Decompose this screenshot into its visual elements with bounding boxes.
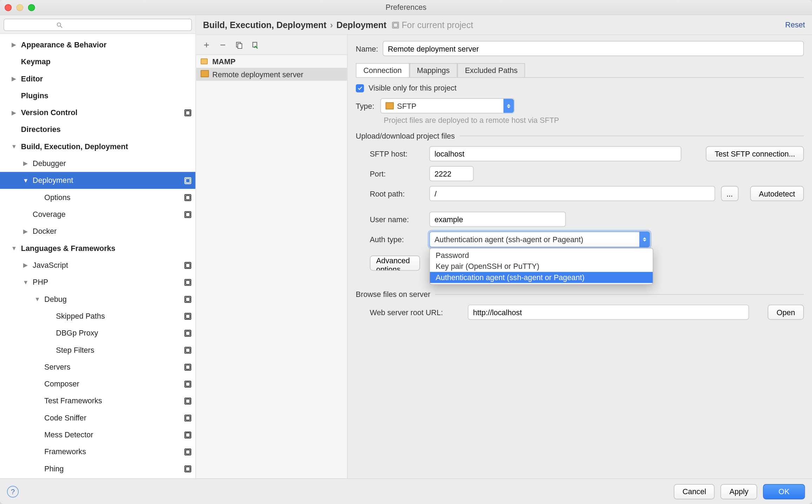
tree-item[interactable]: Keymap bbox=[0, 53, 195, 70]
svg-rect-29 bbox=[186, 416, 190, 420]
tree-item[interactable]: Skipped Paths bbox=[0, 307, 195, 324]
username-input[interactable] bbox=[429, 212, 566, 227]
tree-item-label: Appearance & Behavior bbox=[18, 40, 192, 49]
host-input[interactable] bbox=[429, 146, 681, 161]
tabs: ConnectionMappingsExcluded Paths bbox=[356, 63, 804, 77]
tree-item[interactable]: ▶JavaScript bbox=[0, 257, 195, 273]
settings-tree[interactable]: ▶Appearance & BehaviorKeymap▶EditorPlugi… bbox=[0, 34, 195, 478]
svg-rect-37 bbox=[393, 23, 398, 27]
auth-option[interactable]: Key pair (OpenSSH or PuTTY) bbox=[430, 261, 653, 272]
cancel-button[interactable]: Cancel bbox=[674, 484, 715, 499]
tree-item[interactable]: Test Frameworks bbox=[0, 392, 195, 409]
add-server-button[interactable] bbox=[201, 39, 212, 51]
tree-item[interactable]: ▼Deployment bbox=[0, 172, 195, 189]
project-scope-icon bbox=[184, 312, 192, 320]
tree-item-label: Frameworks bbox=[41, 447, 184, 456]
tree-item-label: Languages & Frameworks bbox=[18, 244, 192, 253]
project-scope-icon bbox=[184, 363, 192, 371]
ok-button[interactable]: OK bbox=[763, 484, 805, 499]
autodetect-button[interactable]: Autodetect bbox=[750, 186, 804, 201]
tree-item[interactable]: DBGp Proxy bbox=[0, 325, 195, 341]
project-scope-icon bbox=[184, 431, 192, 439]
tree-item-label: Options bbox=[41, 193, 184, 202]
tree-item[interactable]: Mess Detector bbox=[0, 426, 195, 443]
tree-item[interactable]: ▼Debug bbox=[0, 291, 195, 307]
browse-group-title: Browse files on server bbox=[356, 290, 804, 299]
auth-label: Auth type: bbox=[370, 235, 424, 244]
tree-item-label: Servers bbox=[41, 363, 184, 371]
browse-path-button[interactable]: ... bbox=[721, 186, 738, 201]
project-scope-icon bbox=[184, 397, 192, 405]
svg-rect-23 bbox=[186, 365, 190, 369]
webserver-url-input[interactable] bbox=[468, 305, 749, 320]
breadcrumb-parent: Build, Execution, Deployment bbox=[203, 20, 327, 30]
svg-rect-3 bbox=[186, 111, 190, 115]
type-select[interactable]: SFTP bbox=[380, 98, 514, 113]
auth-type-select[interactable]: Authentication agent (ssh-agent or Pagea… bbox=[429, 232, 650, 247]
auth-option[interactable]: Authentication agent (ssh-agent or Pagea… bbox=[430, 272, 653, 283]
visible-only-label: Visible only for this project bbox=[368, 84, 457, 92]
tree-item[interactable]: ▶Docker bbox=[0, 223, 195, 240]
help-icon[interactable]: ? bbox=[7, 486, 19, 497]
search-input[interactable] bbox=[4, 19, 192, 31]
tree-item[interactable]: ▼Build, Execution, Deployment bbox=[0, 138, 195, 155]
tree-item-label: Mess Detector bbox=[41, 430, 184, 439]
auth-dropdown: PasswordKey pair (OpenSSH or PuTTY)Authe… bbox=[429, 248, 653, 285]
port-input[interactable] bbox=[429, 166, 473, 181]
tree-item-label: Coverage bbox=[29, 210, 184, 219]
sftp-server-icon bbox=[201, 70, 209, 78]
breadcrumb: Build, Execution, Deployment › Deploymen… bbox=[196, 15, 812, 35]
project-scope-icon bbox=[184, 380, 192, 388]
tree-item-label: Keymap bbox=[18, 57, 192, 66]
tree-item-label: Plugins bbox=[18, 91, 192, 100]
svg-rect-5 bbox=[186, 178, 190, 183]
tree-item[interactable]: Phing bbox=[0, 460, 195, 477]
tab-mappings[interactable]: Mappings bbox=[409, 63, 457, 77]
visible-only-checkbox[interactable] bbox=[356, 84, 364, 92]
tree-item[interactable]: ▼Languages & Frameworks bbox=[0, 240, 195, 257]
set-default-server-button[interactable] bbox=[249, 39, 261, 51]
project-scope-icon bbox=[184, 447, 192, 456]
servers-list[interactable]: MAMPRemote deployment server bbox=[196, 55, 347, 478]
chevron-updown-icon bbox=[503, 99, 514, 113]
test-connection-button[interactable]: Test SFTP connection... bbox=[706, 146, 804, 161]
tree-item[interactable]: Frameworks bbox=[0, 443, 195, 460]
auth-option[interactable]: Password bbox=[430, 250, 653, 261]
copy-server-button[interactable] bbox=[233, 39, 245, 51]
advanced-options-button[interactable]: Advanced options... bbox=[370, 256, 420, 271]
type-label: Type: bbox=[356, 101, 374, 110]
tree-item[interactable]: Servers bbox=[0, 358, 195, 375]
tree-item[interactable]: ▶Appearance & Behavior bbox=[0, 36, 195, 53]
tree-item[interactable]: Directories bbox=[0, 121, 195, 138]
tree-item[interactable]: Plugins bbox=[0, 87, 195, 104]
project-scope-icon bbox=[184, 465, 192, 473]
breadcrumb-sep: › bbox=[330, 20, 333, 30]
tab-connection[interactable]: Connection bbox=[356, 63, 410, 77]
apply-button[interactable]: Apply bbox=[721, 484, 757, 499]
tree-item[interactable]: Coverage bbox=[0, 206, 195, 223]
tree-item-label: Step Filters bbox=[53, 346, 184, 354]
project-scope-icon bbox=[184, 346, 192, 354]
remove-server-button[interactable] bbox=[217, 39, 228, 51]
project-scope-icon bbox=[184, 108, 192, 117]
open-url-button[interactable]: Open bbox=[768, 305, 804, 320]
reset-link[interactable]: Reset bbox=[785, 20, 805, 29]
server-item-label: MAMP bbox=[212, 57, 235, 66]
tab-excluded-paths[interactable]: Excluded Paths bbox=[457, 63, 525, 77]
tree-item[interactable]: Composer bbox=[0, 376, 195, 392]
tree-item[interactable]: Step Filters bbox=[0, 341, 195, 358]
server-name-input[interactable] bbox=[382, 41, 804, 56]
tree-item[interactable]: ▶Editor bbox=[0, 70, 195, 87]
tree-item[interactable]: Code Sniffer bbox=[0, 409, 195, 426]
project-scope-icon bbox=[184, 329, 192, 337]
breadcrumb-current: Deployment bbox=[337, 20, 387, 30]
tree-item[interactable]: Options bbox=[0, 189, 195, 206]
tree-item[interactable]: ▶Version Control bbox=[0, 104, 195, 121]
svg-point-0 bbox=[57, 22, 60, 26]
server-item[interactable]: MAMP bbox=[196, 55, 347, 68]
tree-item[interactable]: ▶Debugger bbox=[0, 155, 195, 172]
root-path-input[interactable] bbox=[429, 186, 715, 201]
root-label: Root path: bbox=[370, 189, 424, 198]
server-item[interactable]: Remote deployment server bbox=[196, 68, 347, 81]
tree-item[interactable]: ▼PHP bbox=[0, 274, 195, 291]
